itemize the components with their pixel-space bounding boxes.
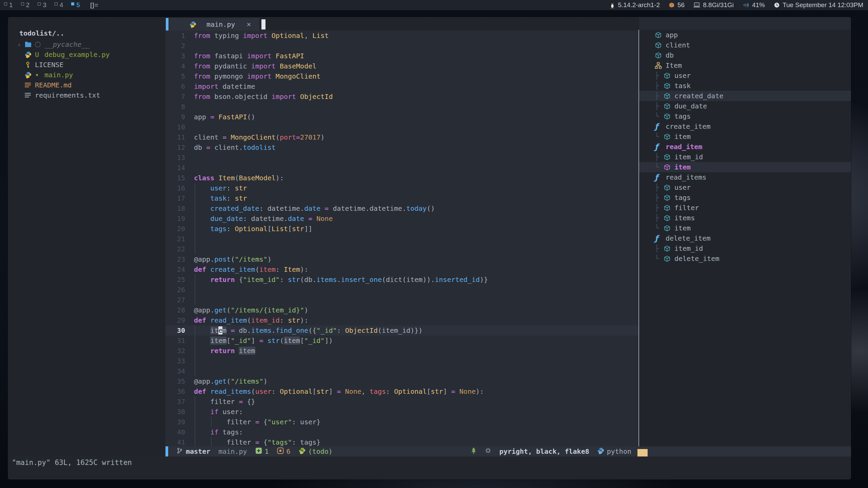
symbol-item-id[interactable]: ├item_id bbox=[639, 152, 851, 162]
filetree-item-license[interactable]: LICENSE bbox=[8, 60, 165, 70]
code-line-38[interactable]: 38 if user: bbox=[165, 407, 638, 417]
code-token: Optional bbox=[280, 387, 312, 395]
code-line-13[interactable]: 13 bbox=[165, 152, 638, 163]
code-line-11[interactable]: 11client = MongoClient(port=27017) bbox=[165, 132, 638, 142]
code-line-23[interactable]: 23@app.post("/items") bbox=[165, 254, 638, 264]
code-line-6[interactable]: 6import datetime bbox=[165, 81, 638, 92]
code-line-16[interactable]: 16 user: str bbox=[165, 183, 638, 193]
close-icon[interactable]: × bbox=[246, 20, 251, 28]
code-token: = bbox=[451, 387, 455, 395]
workspace-5[interactable]: 5 bbox=[71, 1, 80, 9]
file-tree-root[interactable]: todolist/.. bbox=[19, 29, 165, 37]
code-line-8[interactable]: 8 bbox=[165, 102, 638, 112]
workspace-1[interactable]: 1 bbox=[4, 1, 13, 9]
code-line-3[interactable]: 3from fastapi import FastAPI bbox=[165, 51, 638, 61]
code-line-34[interactable]: 34 bbox=[165, 366, 638, 376]
code-line-37[interactable]: 37 filter = {} bbox=[165, 396, 638, 407]
code-line-40[interactable]: 40 if tags: bbox=[165, 427, 638, 437]
symbol-delete-item[interactable]: ƒdelete_item bbox=[639, 233, 851, 243]
symbol-task[interactable]: ├task bbox=[639, 81, 851, 91]
code-line-33[interactable]: 33 bbox=[165, 356, 638, 366]
code-line-5[interactable]: 5from pymongo import MongoClient bbox=[165, 71, 638, 81]
line-number: 4 bbox=[168, 61, 185, 71]
code-token: { bbox=[259, 438, 268, 446]
symbol-item[interactable]: └item bbox=[639, 162, 851, 172]
code-line-14[interactable]: 14 bbox=[165, 163, 638, 173]
code-line-27[interactable]: 27 bbox=[165, 295, 638, 305]
filetree-item-main-py[interactable]: •main.py bbox=[8, 70, 165, 80]
filetree-item-readme-md[interactable]: README.md bbox=[8, 80, 165, 90]
symbol-tags[interactable]: └tags bbox=[639, 111, 851, 121]
symbol-item[interactable]: └item bbox=[639, 223, 851, 233]
symbol-due-date[interactable]: ├due_date bbox=[639, 101, 851, 111]
code-line-7[interactable]: 7from bson.objectid import ObjectId bbox=[165, 92, 638, 102]
symbol-label: tags bbox=[674, 112, 691, 120]
workspace-4[interactable]: 4 bbox=[55, 1, 63, 9]
code-line-41[interactable]: 41 filter = {"tags": tags} bbox=[165, 437, 638, 446]
filetree-item-requirements-txt[interactable]: requirements.txt bbox=[8, 90, 165, 100]
code-line-9[interactable]: 9app = FastAPI() bbox=[165, 112, 638, 122]
code-token: : bbox=[259, 204, 268, 212]
symbol-tags[interactable]: ├tags bbox=[639, 192, 851, 203]
code-line-2[interactable]: 2 bbox=[165, 41, 638, 51]
code-line-32[interactable]: 32 return item bbox=[165, 346, 638, 356]
code-line-21[interactable]: 21 bbox=[165, 234, 638, 244]
code-token: create_item bbox=[210, 265, 255, 273]
code-line-22[interactable]: 22 bbox=[165, 244, 638, 254]
code-line-18[interactable]: 18 created_date: datetime.date = datetim… bbox=[165, 203, 638, 214]
workspace-2[interactable]: 2 bbox=[21, 1, 30, 9]
line-number: 38 bbox=[168, 407, 185, 417]
code-line-39[interactable]: 39 filter = {"user": user} bbox=[165, 417, 638, 427]
code-line-36[interactable]: 36def read_items(user: Optional[str] = N… bbox=[165, 386, 638, 396]
code-line-4[interactable]: 4from pydantic import BaseModel bbox=[165, 61, 638, 71]
layout-indicator[interactable]: []= bbox=[90, 1, 99, 9]
symbol-item[interactable]: Item bbox=[639, 60, 851, 70]
md-icon bbox=[25, 82, 31, 88]
mode-accent-bar bbox=[166, 18, 169, 30]
symbol-label: item bbox=[674, 163, 691, 171]
code-area[interactable]: 1from typing import Optional, List23from… bbox=[165, 30, 638, 446]
code-line-28[interactable]: 28@app.get("/items/{item_id}") bbox=[165, 305, 638, 315]
symbol-item[interactable]: └item bbox=[639, 131, 851, 142]
code-line-26[interactable]: 26 bbox=[165, 285, 638, 295]
code-line-19[interactable]: 19 due_date: datetime.date = None bbox=[165, 214, 638, 224]
editor-panel[interactable]: main.py × 1from typing import Optional, … bbox=[165, 17, 638, 446]
symbol-read-items[interactable]: ƒread_items bbox=[639, 172, 851, 182]
symbol-delete-item[interactable]: └delete_item bbox=[639, 253, 851, 264]
symbol-user[interactable]: ├user bbox=[639, 182, 851, 192]
symbol-filter[interactable]: ├filter bbox=[639, 203, 851, 213]
code-token: @app. bbox=[194, 255, 214, 263]
code-line-20[interactable]: 20 tags: Optional[List[str]] bbox=[165, 224, 638, 234]
code-line-12[interactable]: 12db = client.todolist bbox=[165, 142, 638, 152]
symbol-db[interactable]: db bbox=[639, 50, 851, 60]
symbol-user[interactable]: ├user bbox=[639, 70, 851, 81]
code-line-30[interactable]: 30 item = db.items.find_one({"_id": Obje… bbox=[165, 325, 638, 336]
code-line-17[interactable]: 17 task: str bbox=[165, 193, 638, 203]
symbol-app[interactable]: app bbox=[639, 30, 851, 40]
code-line-15[interactable]: 15class Item(BaseModel): bbox=[165, 173, 638, 183]
tab-main-py[interactable]: main.py × bbox=[169, 18, 259, 30]
filetree-item-debug-example-py[interactable]: Udebug_example.py bbox=[8, 49, 165, 60]
symbol-items[interactable]: ├items bbox=[639, 213, 851, 223]
workspace-3[interactable]: 3 bbox=[38, 1, 46, 9]
code-line-25[interactable]: 25 return {"item_id": str(db.items.inser… bbox=[165, 274, 638, 285]
symbol-item-id[interactable]: ├item_id bbox=[639, 243, 851, 253]
git-modified-icon bbox=[277, 447, 284, 456]
code-line-35[interactable]: 35@app.get("/items") bbox=[165, 376, 638, 386]
code-line-24[interactable]: 24def create_item(item: Item): bbox=[165, 264, 638, 274]
code-token: "_id" bbox=[231, 337, 251, 345]
code-token: str bbox=[316, 387, 329, 395]
code-line-29[interactable]: 29def read_item(item_id: str): bbox=[165, 315, 638, 325]
code-token: . bbox=[337, 276, 341, 284]
filetree-item-pycache[interactable]: ›__pycache__ bbox=[8, 39, 165, 49]
symbol-client[interactable]: client bbox=[639, 40, 851, 50]
symbol-create-item[interactable]: ƒcreate_item bbox=[639, 121, 851, 131]
python-blue-icon bbox=[597, 447, 604, 454]
code-line-31[interactable]: 31 item["_id"] = str(item["_id"]) bbox=[165, 336, 638, 346]
symbol-read-item[interactable]: ƒread_item bbox=[639, 142, 851, 152]
code-line-10[interactable]: 10 bbox=[165, 122, 638, 132]
code-line-1[interactable]: 1from typing import Optional, List bbox=[165, 30, 638, 41]
code-token: ) bbox=[304, 306, 308, 314]
chevron-right-icon[interactable]: › bbox=[17, 41, 25, 48]
symbol-created-date[interactable]: ├created_date bbox=[639, 91, 851, 101]
